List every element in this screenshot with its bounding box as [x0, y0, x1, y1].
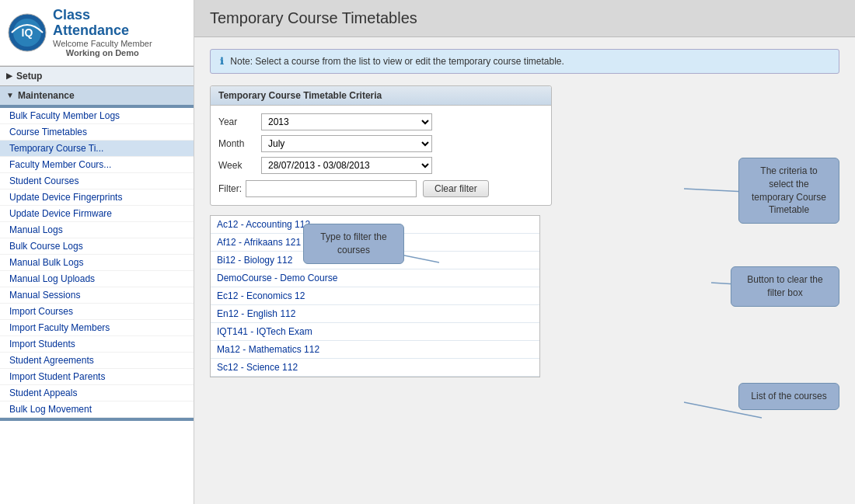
week-label: Week — [218, 160, 261, 171]
app-name: Class Attendance — [53, 8, 152, 39]
svg-text:IQ: IQ — [22, 26, 33, 39]
filter-input[interactable] — [246, 180, 417, 197]
sidebar-item-temporary-course-timetables[interactable]: Temporary Course Ti... — [0, 141, 194, 157]
page-header: Temporary Course Timetables — [194, 0, 855, 37]
list-item[interactable]: Ma12 - Mathematics 112 — [211, 341, 539, 359]
sidebar: IQ Class Attendance Welcome Faculty Memb… — [0, 0, 194, 504]
month-row: Month JanuaryFebruaryMarch AprilMayJune … — [218, 135, 543, 152]
tooltip-clear: Button to clear the filter box — [731, 266, 839, 307]
month-select[interactable]: JanuaryFebruaryMarch AprilMayJune JulyAu… — [261, 135, 432, 152]
setup-triangle-icon: ▶ — [6, 71, 12, 80]
list-item[interactable]: DemoCourse - Demo Course — [211, 269, 539, 287]
sidebar-item-course-timetables[interactable]: Course Timetables — [0, 124, 194, 141]
content-area: ℹ Note: Select a course from the list to… — [194, 37, 855, 504]
maintenance-triangle-icon: ▼ — [6, 91, 14, 99]
sidebar-item-manual-bulk-logs[interactable]: Manual Bulk Logs — [0, 255, 194, 271]
tooltip-filter-type: Type to filter the courses — [303, 224, 404, 264]
app-logo: IQ — [8, 13, 47, 52]
sidebar-item-student-appeals[interactable]: Student Appeals — [0, 385, 194, 401]
sidebar-section-setup[interactable]: ▶ Setup — [0, 66, 194, 85]
sidebar-item-bulk-log-movement[interactable]: Bulk Log Movement — [0, 401, 194, 418]
week-row: Week 28/07/2013 - 03/08/2013 21/07/2013 … — [218, 157, 543, 174]
sidebar-item-import-courses[interactable]: Import Courses — [0, 304, 194, 320]
tooltip-list: List of the courses — [738, 383, 839, 410]
week-select[interactable]: 28/07/2013 - 03/08/2013 21/07/2013 - 27/… — [261, 157, 432, 174]
sidebar-section-maintenance[interactable]: ▼ Maintenance — [0, 85, 194, 105]
welcome-text: Welcome Faculty Member — [53, 39, 152, 48]
sidebar-item-manual-log-uploads[interactable]: Manual Log Uploads — [0, 271, 194, 287]
criteria-box: Temporary Course Timetable Criteria Year… — [210, 85, 552, 206]
filter-label: Filter: — [218, 183, 242, 194]
year-select[interactable]: 2012 2013 2014 — [261, 113, 432, 130]
setup-label: Setup — [16, 71, 42, 82]
sidebar-item-bulk-course-logs[interactable]: Bulk Course Logs — [0, 238, 194, 255]
sidebar-item-import-students[interactable]: Import Students — [0, 336, 194, 353]
maintenance-submenu: Bulk Faculty Member Logs Course Timetabl… — [0, 105, 194, 421]
sidebar-item-update-device-firmware[interactable]: Update Device Firmware — [0, 206, 194, 222]
criteria-title: Temporary Course Timetable Criteria — [211, 86, 551, 106]
sidebar-item-student-agreements[interactable]: Student Agreements — [0, 353, 194, 369]
clear-filter-button[interactable]: Clear filter — [423, 180, 489, 197]
list-item[interactable]: IQT141 - IQTech Exam — [211, 323, 539, 341]
sidebar-item-update-device-fingerprints[interactable]: Update Device Fingerprints — [0, 189, 194, 206]
app-title: Class Attendance Welcome Faculty Member … — [53, 8, 152, 57]
sidebar-item-import-faculty-members[interactable]: Import Faculty Members — [0, 320, 194, 336]
year-label: Year — [218, 116, 261, 127]
criteria-body: Year 2012 2013 2014 Month JanuaryFebruar… — [211, 106, 551, 205]
info-text: Note: Select a course from the list to v… — [230, 56, 564, 67]
sidebar-item-student-courses[interactable]: Student Courses — [0, 173, 194, 189]
list-item[interactable]: Sc12 - Science 112 — [211, 359, 539, 377]
main-content: Temporary Course Timetables ℹ Note: Sele… — [194, 0, 855, 504]
sidebar-item-faculty-member-courses[interactable]: Faculty Member Cours... — [0, 157, 194, 173]
sidebar-item-manual-logs[interactable]: Manual Logs — [0, 222, 194, 238]
sidebar-item-bulk-faculty-member-logs[interactable]: Bulk Faculty Member Logs — [0, 108, 194, 124]
demo-text: Working on Demo — [53, 48, 152, 57]
sidebar-item-import-student-parents[interactable]: Import Student Parents — [0, 369, 194, 385]
tooltip-criteria: The criteria to select the temporary Cou… — [738, 158, 839, 224]
info-banner: ℹ Note: Select a course from the list to… — [210, 49, 839, 74]
month-label: Month — [218, 138, 261, 149]
sidebar-item-manual-sessions[interactable]: Manual Sessions — [0, 287, 194, 304]
info-icon: ℹ — [220, 56, 224, 67]
filter-row: Filter: Clear filter — [218, 180, 543, 197]
list-item[interactable]: En12 - English 112 — [211, 305, 539, 323]
page-title: Temporary Course Timetables — [210, 9, 839, 27]
maintenance-label: Maintenance — [18, 90, 75, 101]
list-item[interactable]: Ec12 - Economics 12 — [211, 287, 539, 305]
year-row: Year 2012 2013 2014 — [218, 113, 543, 130]
sidebar-header: IQ Class Attendance Welcome Faculty Memb… — [0, 0, 194, 66]
